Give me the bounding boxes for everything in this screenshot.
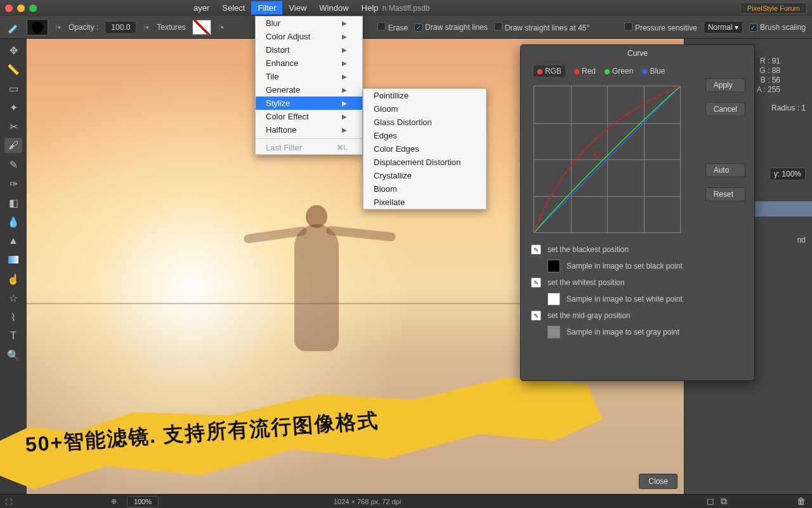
- brush-preview[interactable]: [27, 19, 48, 36]
- menu-item-glass-distortion[interactable]: Glass Distortion: [363, 116, 486, 129]
- close-window-icon[interactable]: [5, 4, 13, 12]
- document-title: n Mastiff.psdb: [383, 4, 429, 13]
- menu-bar: ayer Select Filter View Window Help: [187, 1, 384, 15]
- eyedropper-tool[interactable]: 💧: [4, 214, 22, 229]
- chevron-down-icon[interactable]: [144, 24, 150, 30]
- shape-tool[interactable]: ☆: [4, 290, 22, 305]
- eyedropper-icon[interactable]: ✎: [531, 311, 541, 321]
- opacity-value[interactable]: 100.0: [105, 21, 136, 34]
- menu-help[interactable]: Help: [355, 1, 385, 15]
- bucket-tool[interactable]: ▲: [4, 233, 22, 248]
- stylize-submenu: Pointillize Gloom Glass Distortion Edges…: [363, 88, 487, 210]
- fit-icon[interactable]: ⛶: [5, 498, 12, 505]
- brush-scaling-checkbox[interactable]: Brush scaling: [749, 23, 806, 32]
- white-swatch: [547, 293, 560, 305]
- text-tool[interactable]: T: [4, 328, 22, 344]
- cancel-button[interactable]: Cancel: [705, 102, 745, 116]
- opacity-field[interactable]: y: 100%: [769, 168, 806, 180]
- path-tool[interactable]: ⌇: [4, 309, 22, 324]
- gray-point-row: ✎set the mid-gray position: [521, 308, 754, 323]
- gradient-tool[interactable]: [4, 252, 22, 267]
- menu-item-crystallize[interactable]: Crystallize: [363, 169, 486, 182]
- texture-swatch[interactable]: [192, 20, 211, 35]
- smudge-tool[interactable]: ☝: [4, 271, 22, 286]
- svg-point-0: [594, 152, 599, 157]
- black-swatch: [547, 260, 560, 272]
- menu-filter[interactable]: Filter: [251, 1, 282, 15]
- move-tool[interactable]: ✥: [4, 43, 22, 58]
- window-controls: [5, 4, 37, 12]
- menu-item-halftone[interactable]: Halftone▶: [256, 123, 362, 137]
- curve-graph[interactable]: [534, 86, 681, 233]
- zoom-value[interactable]: 100%: [127, 496, 159, 507]
- menu-item-enhance[interactable]: Enhance▶: [256, 57, 362, 70]
- close-button[interactable]: Close: [639, 474, 678, 489]
- pen-tool[interactable]: ✑: [4, 176, 22, 191]
- opacity-label: Opacity :: [69, 23, 98, 32]
- marquee-tool[interactable]: ▭: [4, 81, 22, 96]
- forum-link[interactable]: PixelStyle Forum: [740, 3, 807, 14]
- channel-green[interactable]: Green: [605, 67, 633, 76]
- menu-item-pointillize[interactable]: Pointillize: [363, 89, 486, 102]
- wand-tool[interactable]: ✦: [4, 100, 22, 115]
- trash-icon[interactable]: 🗑: [797, 496, 806, 507]
- black-point-row: ✎set the blackest position: [521, 242, 754, 257]
- textures-label: Textures: [157, 23, 185, 32]
- menu-item-last-filter: Last Filter⌘L: [256, 141, 362, 154]
- auto-button[interactable]: Auto: [705, 163, 745, 177]
- menu-item-pixellate[interactable]: Pixellate: [363, 196, 486, 209]
- new-layer-icon[interactable]: ◻: [707, 496, 714, 507]
- menu-item-color-adjust[interactable]: Color Adjust▶: [256, 30, 362, 43]
- menu-item-color-effect[interactable]: Color Effect▶: [256, 110, 362, 123]
- gray-swatch: [547, 326, 560, 338]
- options-bar: Opacity : 100.0 Textures Erase Draw stra…: [0, 16, 812, 39]
- footer-actions: ◻ ⧉ 🗑: [707, 496, 806, 507]
- reset-button[interactable]: Reset: [705, 187, 745, 201]
- menu-item-color-edges[interactable]: Color Edges: [363, 142, 486, 156]
- menu-item-edges[interactable]: Edges: [363, 129, 486, 142]
- filter-menu: Blur▶ Color Adjust▶ Distort▶ Enhance▶ Ti…: [255, 16, 363, 155]
- ruler-tool[interactable]: 📏: [4, 62, 22, 77]
- zoom-window-icon[interactable]: [29, 4, 37, 12]
- menu-item-stylize[interactable]: Stylize▶: [256, 97, 362, 110]
- channel-rgb[interactable]: RGB: [534, 65, 565, 77]
- erase-checkbox[interactable]: Erase: [377, 22, 408, 32]
- channel-red[interactable]: Red: [574, 67, 596, 76]
- minimize-window-icon[interactable]: [17, 4, 25, 12]
- brush-tool[interactable]: 🖌: [4, 138, 22, 153]
- apply-button[interactable]: Apply: [705, 78, 745, 92]
- pressure-checkbox[interactable]: Pressure sensitive: [624, 22, 697, 32]
- eraser-tool[interactable]: ◧: [4, 195, 22, 210]
- duplicate-icon[interactable]: ⧉: [721, 496, 727, 507]
- tool-palette: ✥ 📏 ▭ ✦ ✂ 🖌 ✎ ✑ ◧ 💧 ▲ ☝ ☆ ⌇ T 🔍: [0, 39, 27, 494]
- menu-item-displacement-distortion[interactable]: Displacement Distortion: [363, 156, 486, 169]
- blend-mode-select[interactable]: Normal ▾: [704, 21, 743, 34]
- menu-item-blur[interactable]: Blur▶: [256, 17, 362, 30]
- titlebar: n Mastiff.psdb PixelStyle Forum: [0, 0, 812, 16]
- straight-45-checkbox[interactable]: Draw straight lines at 45°: [494, 22, 590, 32]
- chevron-down-icon[interactable]: [219, 24, 225, 30]
- menu-item-tile[interactable]: Tile▶: [256, 70, 362, 83]
- crop-tool[interactable]: ✂: [4, 119, 22, 134]
- menu-view[interactable]: View: [282, 1, 313, 15]
- pencil-tool[interactable]: ✎: [4, 157, 22, 172]
- brush-tool-icon: [6, 20, 20, 34]
- curve-title: Curve: [521, 45, 754, 62]
- menu-window[interactable]: Window: [313, 1, 355, 15]
- dimensions-readout: 1024 × 768 px, 72 dpi: [334, 498, 401, 505]
- channel-blue[interactable]: Blue: [642, 67, 665, 76]
- menu-select[interactable]: Select: [216, 1, 251, 15]
- status-bar: ⛶ ⊕ 100% 1024 × 768 px, 72 dpi: [0, 494, 812, 508]
- curve-panel: Curve RGB Red Green Blue Apply Cancel Au…: [520, 44, 755, 381]
- menu-layer[interactable]: ayer: [187, 1, 216, 15]
- eyedropper-icon[interactable]: ✎: [531, 244, 541, 255]
- eyedropper-icon[interactable]: ✎: [531, 277, 541, 288]
- menu-item-gloom[interactable]: Gloom: [363, 102, 486, 116]
- chevron-down-icon[interactable]: [56, 24, 62, 30]
- straight-lines-checkbox[interactable]: Draw straight lines: [414, 23, 488, 32]
- white-point-row: ✎set the whitest position: [521, 275, 754, 290]
- menu-item-distort[interactable]: Distort▶: [256, 43, 362, 57]
- menu-item-generate[interactable]: Generate▶: [256, 83, 362, 97]
- menu-item-bloom[interactable]: Bloom: [363, 182, 486, 196]
- zoom-tool[interactable]: 🔍: [4, 347, 22, 363]
